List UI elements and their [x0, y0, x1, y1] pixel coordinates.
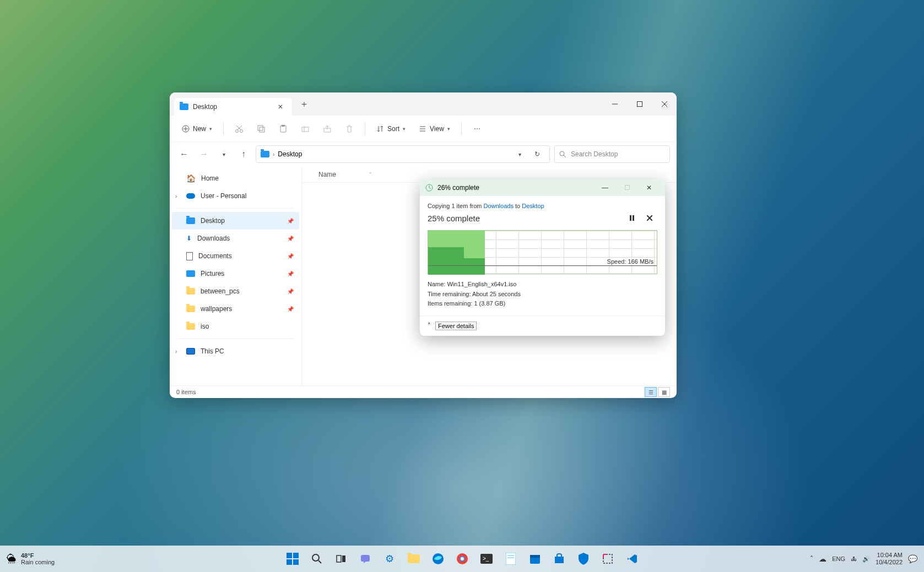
sidebar-item-home[interactable]: 🏠 Home: [172, 170, 299, 187]
copy-details: Name: Win11_English_x64v1.iso Time remai…: [428, 280, 657, 309]
details-view-button[interactable]: ☰: [645, 387, 657, 397]
rename-button[interactable]: [295, 119, 315, 138]
back-button[interactable]: ←: [176, 146, 192, 162]
vscode-icon: [626, 553, 637, 564]
sidebar-item-desktop[interactable]: Desktop 📌: [172, 212, 299, 230]
address-bar[interactable]: › Desktop ▾ ↻: [256, 145, 550, 163]
snipping-button[interactable]: [597, 548, 619, 570]
dialog-titlebar[interactable]: 26% complete — ☐ ✕: [420, 179, 665, 196]
edge-button[interactable]: [427, 548, 449, 570]
chat-button[interactable]: [354, 548, 376, 570]
svg-rect-32: [287, 559, 292, 565]
sidebar-item-wallpapers[interactable]: wallpapers 📌: [172, 300, 299, 318]
minimize-button[interactable]: [602, 95, 627, 113]
clock-icon: [425, 184, 433, 192]
new-button[interactable]: New ▾: [176, 119, 218, 138]
sort-icon: [376, 125, 384, 133]
more-button[interactable]: ⋯: [467, 119, 487, 138]
sidebar-item-documents[interactable]: Documents 📌: [172, 247, 299, 265]
column-name[interactable]: Name: [318, 171, 336, 178]
svg-rect-45: [506, 553, 516, 565]
volume-icon[interactable]: 🔊: [862, 555, 870, 563]
maximize-button[interactable]: [627, 95, 652, 113]
dialog-minimize-button[interactable]: —: [595, 180, 615, 195]
forward-button[interactable]: →: [196, 146, 212, 162]
task-view-button[interactable]: [330, 548, 352, 570]
fewer-details-button[interactable]: Fewer details: [435, 322, 477, 330]
copy-dialog: 26% complete — ☐ ✕ Copying 1 item from D…: [420, 179, 665, 336]
pin-icon[interactable]: 📌: [287, 236, 294, 242]
new-tab-button[interactable]: ＋: [296, 96, 312, 112]
settings-button[interactable]: ⚙: [379, 548, 401, 570]
security-button[interactable]: [572, 548, 595, 570]
tab-desktop[interactable]: Desktop ✕: [174, 98, 292, 116]
chevron-right-icon[interactable]: ›: [175, 193, 177, 199]
sidebar-item-betweenpcs[interactable]: between_pcs 📌: [172, 282, 299, 300]
svg-line-35: [318, 560, 321, 563]
onedrive-tray-icon[interactable]: ☁: [819, 554, 826, 563]
up-button[interactable]: ↑: [236, 146, 251, 162]
sidebar-item-user[interactable]: › User - Personal: [172, 187, 299, 205]
pin-icon[interactable]: 📌: [287, 271, 294, 277]
pause-button[interactable]: [624, 211, 640, 225]
pin-icon[interactable]: 📌: [287, 253, 294, 259]
pin-icon[interactable]: 📌: [287, 218, 294, 224]
svg-rect-30: [287, 553, 292, 558]
chevron-right-icon[interactable]: ›: [175, 348, 177, 355]
clock[interactable]: 10:04 AM 10/4/2022: [876, 552, 903, 566]
notepad-button[interactable]: [500, 548, 522, 570]
folder-icon: [408, 554, 420, 563]
sort-button[interactable]: Sort ▾: [371, 119, 411, 138]
dialog-maximize-button[interactable]: ☐: [617, 180, 637, 195]
source-link[interactable]: Downloads: [483, 203, 513, 209]
tray-chevron-icon[interactable]: ˄: [810, 555, 813, 563]
temperature: 48°F: [21, 552, 55, 559]
cut-button[interactable]: [229, 119, 249, 138]
breadcrumb-desktop[interactable]: Desktop: [278, 150, 302, 158]
icons-view-button[interactable]: ▦: [658, 387, 670, 397]
windows-icon: [287, 553, 299, 565]
share-button[interactable]: [317, 119, 337, 138]
cancel-button[interactable]: [642, 211, 657, 225]
folder-icon: [186, 306, 195, 312]
pin-icon[interactable]: 📌: [287, 306, 294, 312]
weather-widget[interactable]: 🌦 48°F Rain coming: [7, 552, 55, 565]
store-button[interactable]: [548, 548, 570, 570]
pin-icon[interactable]: 📌: [287, 288, 294, 295]
file-explorer-button[interactable]: [403, 548, 425, 570]
calendar-button[interactable]: [524, 548, 546, 570]
terminal-button[interactable]: >_: [475, 548, 498, 570]
tab-close-button[interactable]: ✕: [277, 103, 284, 111]
vscode-button[interactable]: [621, 548, 643, 570]
close-button[interactable]: [652, 95, 677, 113]
start-button[interactable]: [282, 548, 304, 570]
delete-button[interactable]: [339, 119, 359, 138]
dialog-close-button[interactable]: ✕: [639, 180, 660, 195]
sidebar-item-iso[interactable]: iso: [172, 318, 299, 335]
chrome-button[interactable]: [451, 548, 473, 570]
view-button[interactable]: View ▾: [413, 119, 456, 138]
recent-button[interactable]: ▾: [216, 146, 231, 162]
copy-button[interactable]: [251, 119, 271, 138]
notifications-icon[interactable]: 💬: [908, 554, 917, 563]
sidebar-item-pictures[interactable]: Pictures 📌: [172, 265, 299, 282]
svg-rect-36: [337, 555, 341, 562]
refresh-button[interactable]: ↻: [529, 146, 545, 162]
svg-point-7: [236, 129, 239, 132]
sidebar-item-thispc[interactable]: › This PC: [172, 342, 299, 360]
search-taskbar-button[interactable]: [306, 548, 328, 570]
chrome-icon: [456, 553, 468, 565]
document-icon: [186, 252, 193, 260]
toolbar: New ▾ Sort ▾ View ▾ ⋯: [170, 116, 677, 142]
titlebar[interactable]: Desktop ✕ ＋: [170, 92, 677, 116]
chevron-up-icon[interactable]: ˄: [428, 322, 431, 329]
svg-rect-1: [637, 102, 642, 107]
search-input[interactable]: Search Desktop: [554, 145, 670, 163]
sidebar: 🏠 Home › User - Personal Desktop 📌 ⬇ Dow…: [170, 166, 302, 385]
address-dropdown-button[interactable]: ▾: [512, 146, 527, 162]
language-indicator[interactable]: ENG: [832, 555, 845, 562]
dest-link[interactable]: Desktop: [522, 203, 544, 209]
sidebar-item-downloads[interactable]: ⬇ Downloads 📌: [172, 230, 299, 247]
paste-button[interactable]: [273, 119, 293, 138]
network-icon[interactable]: 🖧: [851, 555, 857, 562]
